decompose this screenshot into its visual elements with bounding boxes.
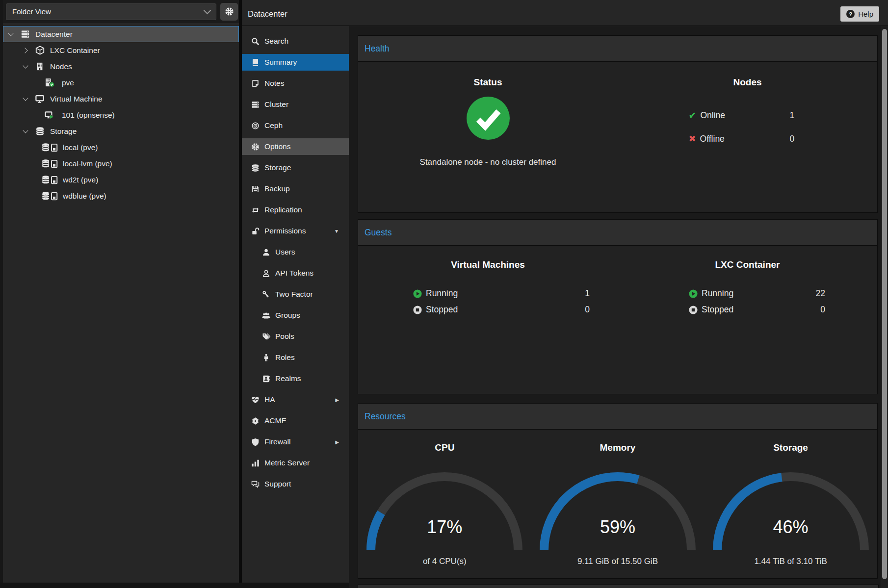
menu-item-backup[interactable]: Backup (242, 180, 349, 197)
menu-item-label: Permissions (264, 227, 306, 235)
lxc-stopped-row: Stopped 0 (689, 303, 825, 316)
tree-item-label: local (pve) (63, 143, 98, 152)
menu-item-label: Roles (275, 353, 295, 362)
menu-item-label: Backup (264, 184, 290, 193)
menu-item-label: Ceph (264, 121, 283, 130)
tree-item-storage[interactable]: Storage (3, 123, 239, 139)
collapse-icon[interactable] (22, 128, 33, 135)
menu-item-pools[interactable]: Pools (242, 328, 349, 345)
memory-gauge: 59% (534, 467, 701, 555)
stopped-label: Stopped (426, 305, 458, 315)
tree-toolbar: Folder View (3, 0, 239, 23)
menu-item-acme[interactable]: ACME (242, 412, 349, 429)
gear-icon (225, 7, 234, 16)
tree-item-pve[interactable]: pve (3, 75, 239, 91)
tree-item-nodes[interactable]: Nodes (3, 58, 239, 75)
tree-item-label: Datacenter (35, 30, 73, 39)
collapse-icon[interactable] (7, 30, 19, 38)
menu-item-label: HA (264, 395, 275, 404)
menu-item-options[interactable]: Options (242, 138, 349, 155)
memory-percent: 59% (534, 517, 701, 537)
tree-item-label: 101 (opnsense) (62, 111, 115, 120)
tree-item-storage-wd2t[interactable]: wd2t (pve) (3, 172, 239, 188)
tree-item-label: wdblue (pve) (63, 192, 106, 201)
bottom-edge (0, 583, 349, 588)
shield-icon (250, 438, 260, 446)
lxc-stopped-value: 0 (820, 305, 825, 315)
menu-item-label: Notes (264, 79, 285, 88)
tree-item-virtual-machine[interactable]: Virtual Machine (3, 91, 239, 107)
menu-item-metric-server[interactable]: Metric Server (242, 455, 349, 471)
menu-item-ceph[interactable]: Ceph (242, 117, 349, 134)
tree-item-storage-local-lvm[interactable]: local-lvm (pve) (3, 155, 239, 172)
menu-item-label: Cluster (264, 100, 288, 109)
help-button[interactable]: ? Help (840, 6, 879, 22)
status-heading: Status (358, 77, 618, 88)
tree-item-storage-wdblue[interactable]: wdblue (pve) (3, 188, 239, 204)
cpu-percent: 17% (361, 517, 528, 537)
users-icon (261, 311, 271, 320)
help-button-label: Help (858, 10, 873, 18)
status-ok-icon (467, 97, 510, 140)
menu-item-realms[interactable]: Realms (242, 370, 349, 387)
storage-drive-icon (41, 191, 59, 201)
tree-settings-button[interactable] (220, 3, 238, 21)
expand-icon[interactable] (22, 47, 33, 54)
tree-item-lxc-container[interactable]: LXC Container (3, 42, 239, 58)
tree-item-vm-101[interactable]: 101 (opnsense) (3, 107, 239, 123)
cpu-heading: CPU (358, 442, 531, 453)
bar-chart-icon (250, 459, 260, 467)
menu-item-two-factor[interactable]: Two Factor (242, 286, 349, 303)
collapse-icon[interactable] (22, 95, 33, 103)
node-online-icon (41, 78, 58, 87)
scrollbar-thumb[interactable] (882, 29, 887, 579)
menu-item-firewall[interactable]: Firewall ▶ (242, 434, 349, 450)
vm-running-value: 1 (585, 288, 590, 299)
cpu-gauge: 17% (361, 467, 528, 555)
menu-item-label: Search (264, 37, 288, 46)
user-icon (261, 248, 271, 256)
view-selector-dropdown[interactable]: Folder View (6, 3, 216, 20)
chevron-down-icon[interactable]: ▼ (334, 229, 339, 234)
vm-heading: Virtual Machines (358, 259, 618, 270)
resources-panel: Resources CPU 17% of 4 CPU(s) Memory (358, 403, 878, 579)
chevron-right-icon[interactable]: ▶ (335, 397, 339, 403)
view-selector-value: Folder View (12, 7, 51, 16)
menu-item-permissions[interactable]: Permissions ▼ (242, 223, 349, 239)
vm-stopped-row: Stopped 0 (413, 303, 590, 316)
menu-item-api-tokens[interactable]: API Tokens (242, 265, 349, 281)
guests-panel: Guests Virtual Machines Running 1 Stoppe… (358, 219, 878, 394)
menu-item-support[interactable]: Support (242, 476, 349, 492)
lxc-heading: LXC Container (618, 259, 877, 270)
menu-item-roles[interactable]: Roles (242, 349, 349, 366)
lxc-running-value: 22 (816, 288, 825, 299)
menu-item-label: ACME (264, 416, 287, 425)
nodes-column: Nodes ✔ Online 1 ✖ Offline 0 (618, 62, 877, 167)
chevron-right-icon[interactable]: ▶ (335, 439, 339, 445)
menu-item-label: Support (264, 480, 291, 488)
tree-item-label: Virtual Machine (50, 95, 103, 103)
monitor-icon (33, 94, 46, 103)
menu-item-groups[interactable]: Groups (242, 307, 349, 324)
gear-icon (250, 143, 260, 151)
menu-item-cluster[interactable]: Cluster (242, 96, 349, 113)
menu-item-ha[interactable]: HA ▶ (242, 391, 349, 408)
book-icon (250, 58, 260, 67)
running-label: Running (426, 288, 458, 299)
tree-item-storage-local[interactable]: local (pve) (3, 139, 239, 155)
menu-item-replication[interactable]: Replication (242, 202, 349, 218)
note-icon (250, 79, 260, 88)
content-scrollbar[interactable] (881, 26, 888, 588)
menu-item-search[interactable]: Search (242, 33, 349, 50)
heartbeat-icon (250, 396, 260, 404)
storage-subtitle: 1.44 TiB of 3.10 TiB (704, 557, 877, 566)
database-icon (250, 164, 260, 172)
memory-heading: Memory (531, 442, 705, 453)
menu-item-storage[interactable]: Storage (242, 159, 349, 176)
collapse-icon[interactable] (22, 63, 33, 71)
menu-item-notes[interactable]: Notes (242, 75, 349, 92)
menu-item-users[interactable]: Users (242, 244, 349, 260)
tree-item-datacenter[interactable]: Datacenter (3, 26, 239, 42)
menu-item-summary[interactable]: Summary (242, 54, 349, 71)
chevron-down-icon (204, 7, 211, 15)
